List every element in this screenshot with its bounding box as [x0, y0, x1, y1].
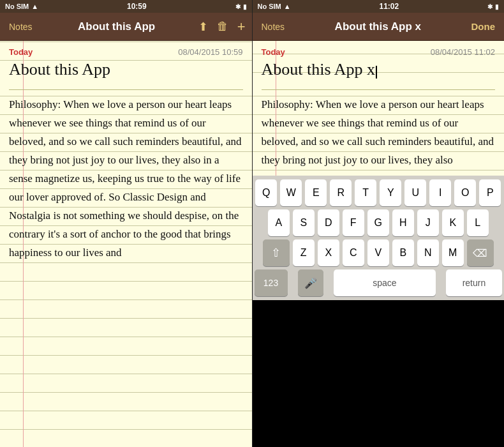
right-note-area: Today 08/04/2015 11:02 About this App x … [253, 41, 505, 176]
left-status-bar: No SIM ▲ 10:59 ✱ ▮ [0, 0, 252, 13]
shift-key[interactable]: ⇧ [263, 239, 290, 266]
space-label: space [373, 278, 396, 288]
keyboard-row-2: A S D F G H J K L [255, 209, 503, 236]
left-bt-icon: ✱ [235, 3, 241, 10]
key-o[interactable]: O [454, 179, 476, 206]
share-icon[interactable]: ⬆ [197, 19, 209, 35]
left-wifi-icon: ▲ [31, 3, 38, 10]
right-nav-actions: Done [468, 19, 500, 34]
key-w[interactable]: W [280, 179, 302, 206]
left-status-right: ✱ ▮ [235, 3, 247, 10]
key-q[interactable]: Q [255, 179, 277, 206]
key-s[interactable]: S [293, 209, 315, 236]
left-status-left: No SIM ▲ [5, 3, 38, 10]
left-date-today: Today [9, 47, 33, 57]
return-label: return [463, 278, 486, 288]
key-e[interactable]: E [305, 179, 327, 206]
key-b[interactable]: B [392, 239, 414, 266]
numbers-label: 123 [263, 278, 278, 288]
key-u[interactable]: U [404, 179, 426, 206]
space-key[interactable]: space [334, 269, 436, 296]
left-nav-bar: Notes About this App ⬆ 🗑 + [0, 13, 252, 41]
key-n[interactable]: N [417, 239, 439, 266]
mic-key[interactable]: 🎤 [298, 269, 323, 296]
right-note-title-text: About this App x [262, 60, 375, 79]
right-back-button[interactable]: Notes [258, 19, 289, 34]
key-a[interactable]: A [268, 209, 290, 236]
keyboard: Q W E R T Y U I O P A S D F G H J K L ⇧ … [253, 176, 505, 300]
return-key[interactable]: return [446, 269, 502, 296]
key-x[interactable]: X [318, 239, 339, 266]
left-battery-icon: ▮ [243, 3, 247, 10]
left-note-body: Philosophy: When we love a person our he… [9, 95, 243, 262]
left-date-row: Today 08/04/2015 10:59 [9, 47, 243, 57]
trash-icon[interactable]: 🗑 [216, 19, 230, 34]
right-note-body: Philosophy: When we love a person our he… [262, 95, 496, 169]
right-nav-bar: Notes About this App x Done [253, 13, 505, 41]
key-m[interactable]: M [442, 239, 464, 266]
key-r[interactable]: R [330, 179, 352, 206]
key-g[interactable]: G [367, 209, 389, 236]
right-status-right: ✱ ▮ [487, 3, 499, 10]
key-i[interactable]: I [429, 179, 451, 206]
right-date-today: Today [262, 47, 285, 57]
add-icon[interactable]: + [236, 17, 247, 36]
left-nav-title: About this App [36, 20, 197, 33]
right-battery-icon: ▮ [495, 3, 499, 10]
right-bt-icon: ✱ [487, 3, 493, 10]
left-back-button[interactable]: Notes [5, 19, 36, 34]
key-k[interactable]: K [442, 209, 464, 236]
keyboard-row-3: ⇧ Z X C V B N M ⌫ [255, 239, 503, 266]
key-h[interactable]: H [392, 209, 414, 236]
right-note-divider [262, 89, 496, 90]
left-note-title: About this App [9, 59, 243, 79]
key-v[interactable]: V [367, 239, 389, 266]
key-c[interactable]: C [343, 239, 364, 266]
left-note-divider [9, 89, 243, 90]
right-date-full: 08/04/2015 11:02 [431, 47, 495, 57]
right-note-title: About this App x [262, 59, 496, 79]
right-time: 11:02 [379, 2, 399, 11]
keyboard-row-1: Q W E R T Y U I O P [255, 179, 503, 206]
numbers-key[interactable]: 123 [255, 269, 288, 296]
right-carrier: No SIM [258, 3, 281, 10]
left-note-area: Today 08/04/2015 10:59 About this App Ph… [0, 41, 252, 447]
key-t[interactable]: T [355, 179, 376, 206]
right-status-bar: No SIM ▲ 11:02 ✱ ▮ [253, 0, 505, 13]
left-time: 10:59 [127, 2, 147, 11]
done-button[interactable]: Done [468, 19, 500, 34]
right-date-row: Today 08/04/2015 11:02 [262, 47, 496, 57]
left-carrier: No SIM [5, 3, 29, 10]
key-j[interactable]: J [417, 209, 439, 236]
key-l[interactable]: L [467, 209, 489, 236]
key-z[interactable]: Z [293, 239, 315, 266]
right-nav-title: About this App x [288, 20, 467, 33]
keyboard-bottom-row: 123 🎤 space return [255, 269, 503, 296]
backspace-key[interactable]: ⌫ [467, 239, 494, 266]
right-phone-panel: No SIM ▲ 11:02 ✱ ▮ Notes About this App … [253, 0, 505, 447]
text-cursor [376, 66, 377, 79]
key-y[interactable]: Y [380, 179, 401, 206]
left-nav-actions: ⬆ 🗑 + [197, 17, 247, 36]
key-d[interactable]: D [318, 209, 339, 236]
left-date-full: 08/04/2015 10:59 [178, 47, 242, 57]
key-f[interactable]: F [343, 209, 364, 236]
left-phone-panel: No SIM ▲ 10:59 ✱ ▮ Notes About this App … [0, 0, 252, 447]
right-status-left: No SIM ▲ [258, 3, 291, 10]
key-p[interactable]: P [479, 179, 501, 206]
right-wifi-icon: ▲ [284, 3, 291, 10]
